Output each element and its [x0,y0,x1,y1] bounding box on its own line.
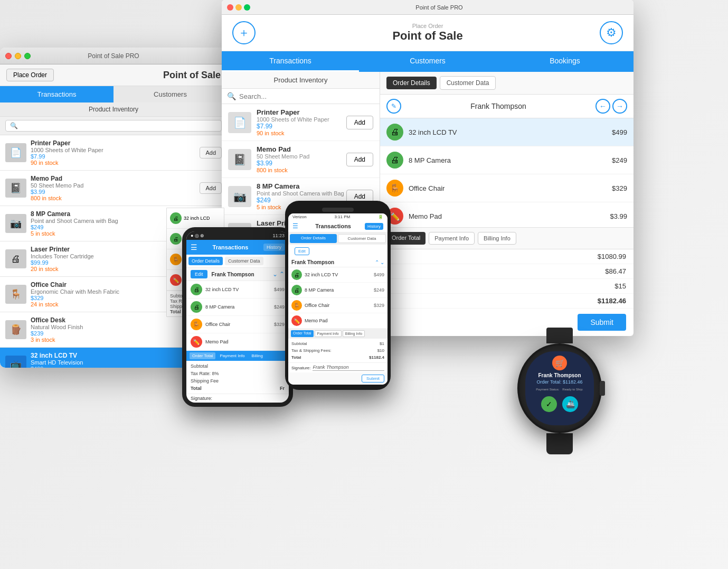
mac-place-order-button[interactable]: Place Order [6,69,54,81]
mac-search-input[interactable] [5,120,222,132]
order-total-tab[interactable]: Order Total [386,232,426,245]
item-name: Office Chair [305,303,374,308]
product-image: 📷 [228,186,251,207]
item-price: $329 [374,303,384,308]
product-desc: Natural Wood Finish [31,324,200,330]
item-price: $499 [274,287,285,292]
item-price: $499 [374,272,384,277]
customer-data-tab[interactable]: Customer Data [440,76,496,90]
mac-maximize-btn[interactable] [24,53,31,59]
ios-history-button[interactable]: History [365,223,383,230]
payment-info-tab[interactable]: Payment Info [429,232,475,245]
minimize-button[interactable] [235,4,242,11]
product-stock: 90 in stock [257,130,346,136]
android-status-icons: ● ◎ ⊕ [191,233,204,238]
watch-crown [600,381,605,396]
customer-name: Frank Thompson [401,102,595,110]
item-price: $249 [274,304,285,310]
android-expand-icon[interactable]: ⌄ ⌃ [272,270,285,278]
next-customer-button[interactable]: → [612,99,627,114]
mac-minimize-btn[interactable] [15,53,21,59]
tab-bookings[interactable]: Bookings [496,51,634,72]
product-image: 📄 [5,143,26,162]
ios-tab-customer[interactable]: Customer Data [338,234,386,243]
ios-carrier: Verizon [292,214,307,219]
product-info: Office Desk Natural Wood Finish $239 3 i… [31,316,200,343]
tab-transactions[interactable]: Transactions [222,51,359,72]
watch-confirm-button[interactable]: ✓ [541,396,557,412]
android-totals-tabs: Order Total Payment Info Billing [186,351,289,361]
android-history-button[interactable]: History [263,244,285,251]
item-name: Memo Pad [305,318,384,323]
tax-row: Tax Rate: 8% [191,370,285,377]
ios-tab-order[interactable]: Order Details [290,234,337,243]
desktop-header: ＋ Place Order Point of Sale ⚙ [222,15,634,51]
product-name: Memo Pad [31,175,200,182]
item-price: $499 [612,128,627,136]
product-price: $7.99 [31,153,200,160]
search-bar: 🔍 [222,89,380,104]
android-order-items: 🖨 32 inch LCD TV $499 🖨 8 MP Camera $249… [186,281,289,351]
search-icon: 🔍 [227,92,236,100]
order-item: ✏️ Memo Pad $3.99 [380,202,634,227]
settings-icon[interactable]: ⚙ [600,21,623,44]
order-item-icon: 🖨 [170,212,182,224]
add-product-button[interactable]: Add [200,182,222,194]
maximize-button[interactable] [244,4,250,11]
mac-close-btn[interactable] [5,53,12,59]
product-name: Printer Paper [257,108,346,116]
add-product-button[interactable]: Add [346,153,373,166]
item-name: 8 MP Camera [409,156,612,164]
total-row: Total Fr [191,385,285,392]
android-edit-button[interactable]: Edit [191,270,207,278]
hamburger-icon[interactable]: ☰ [292,222,298,230]
total-value: $1182.46 [584,297,626,305]
billing-info-tab[interactable]: Billing Info [478,232,516,245]
ios-edit-button[interactable]: Edit [295,247,309,255]
total-row: $1182.46 [380,294,634,309]
watch-strap-top [546,328,573,343]
place-order-icon[interactable]: ＋ [232,21,256,44]
order-item-icon: 🪑 [170,254,182,265]
order-details-tab[interactable]: Order Details [386,77,437,89]
product-info: Memo Pad 50 Sheet Memo Pad $3.99 800 in … [257,145,346,173]
ios-status-bar: Verizon 3:11 PM 🔋 [288,213,387,220]
tab-customers[interactable]: Customers [359,51,496,72]
add-product-button[interactable]: Add [200,147,222,158]
item-name: 8 MP Camera [205,304,274,310]
desktop-right-panel: Order Details Customer Data ✎ Frank Thom… [380,72,634,336]
add-product-button[interactable]: Add [346,116,373,129]
order-items-list: 🖨 32 inch LCD TV $499 🖨 8 MP Camera $249… [380,118,634,227]
search-input[interactable] [239,92,374,100]
mac-tab-transactions[interactable]: Transactions [0,86,114,102]
close-button[interactable] [227,4,233,11]
android-payment-tab[interactable]: Payment Info [217,352,247,359]
android-totals: Subtotal Tax Rate: 8% Shipping Fee Total… [186,361,289,394]
checkmark-icon: ✓ [546,400,552,408]
iphone-notch [288,206,387,213]
ios-prev-arrow[interactable]: ⌃ [375,259,379,265]
ios-payment-tab[interactable]: Payment Info [315,330,342,337]
watch-ship-label: Ready to Ship: [562,388,583,391]
android-tab-customer[interactable]: Customer Data [225,257,263,265]
ios-billing-tab[interactable]: Billing Info [343,330,365,337]
item-name: Memo Pad [409,212,610,220]
mac-tab-customers[interactable]: Customers [114,86,227,102]
android-phone: ● ◎ ⊕ 11:23 ☰ Transactions History Order… [182,227,293,407]
ios-submit-button[interactable]: Submit [362,375,384,383]
watch-customer-name: Frank Thompson [538,372,581,378]
edit-customer-button[interactable]: ✎ [386,99,401,114]
ios-next-arrow[interactable]: ⌄ [380,259,384,265]
android-order-total-tab[interactable]: Order Total [190,352,215,359]
android-billing-tab[interactable]: Billing [249,352,266,359]
ios-order-total-tab[interactable]: Order Total [291,330,314,337]
mac-section-header: Product Inventory [0,102,227,117]
android-menu-icon[interactable]: ☰ [191,243,197,251]
mac-tabs: Transactions Customers [0,86,227,102]
android-status-bar: ● ◎ ⊕ 11:23 [186,231,289,240]
prev-customer-button[interactable]: ← [595,99,610,114]
item-icon: 🪑 [291,300,302,311]
smartwatch: 🛒 Frank Thompson Order Total: $1182.46 P… [517,328,602,454]
android-tab-order[interactable]: Order Details [188,257,223,265]
watch-ship-button[interactable]: 🚢 [562,396,578,412]
